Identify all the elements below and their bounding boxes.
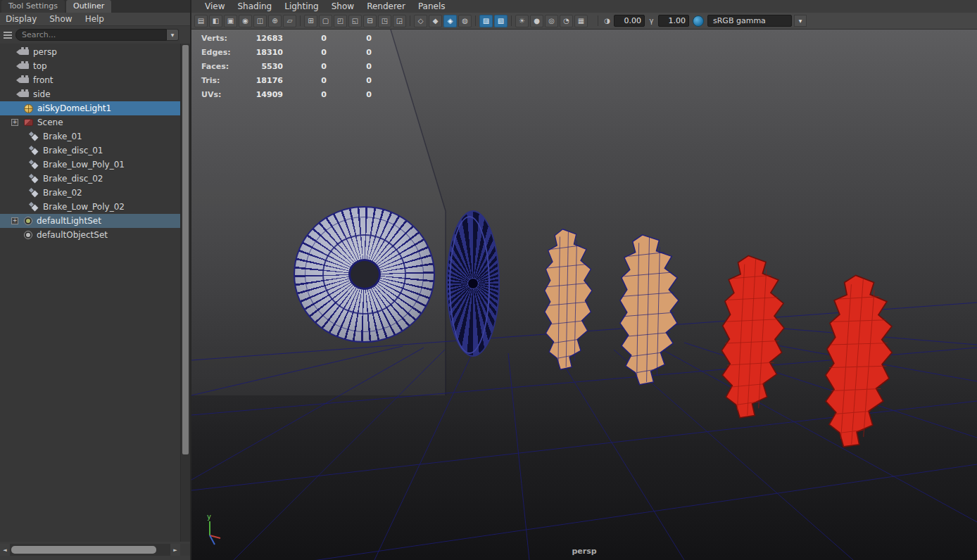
ambient-occlusion-icon[interactable]: ◎: [545, 15, 558, 27]
mesh-icon: [30, 174, 39, 184]
select-camera-icon[interactable]: ▤: [194, 15, 208, 27]
hud-selected: 0: [283, 62, 327, 71]
menu-lighting[interactable]: Lighting: [278, 1, 325, 11]
tree-item-brake-01[interactable]: Brake_01: [0, 129, 180, 144]
tab-outliner[interactable]: Outliner: [66, 0, 111, 13]
tree-item-top[interactable]: top: [0, 59, 180, 73]
menu-panels[interactable]: Panels: [412, 1, 452, 11]
color-management-icon[interactable]: [693, 15, 704, 27]
safe-title-icon[interactable]: ◲: [393, 15, 406, 27]
tree-item-scene[interactable]: + Scene: [0, 115, 180, 129]
tree-item-side[interactable]: side: [0, 87, 180, 101]
motion-blur-icon[interactable]: ◔: [560, 15, 573, 27]
hud-row-edges: Edges: 18310 0 0: [201, 45, 372, 59]
tree-item-label: defaultObjectSet: [37, 230, 108, 240]
hud-label: Tris:: [201, 76, 238, 85]
exposure-input[interactable]: [614, 15, 645, 27]
pan-zoom-icon[interactable]: ⊕: [268, 15, 282, 27]
menu-renderer[interactable]: Renderer: [360, 1, 412, 11]
y-axis-label: y: [207, 513, 211, 521]
wireframe-icon[interactable]: ◇: [414, 15, 427, 27]
isolate-select-icon[interactable]: ▦: [574, 15, 588, 27]
tree-item-brake-02[interactable]: Brake_02: [0, 186, 180, 200]
menu-show[interactable]: Show: [49, 14, 72, 24]
horizontal-scrollbar[interactable]: ◄ ►: [0, 544, 180, 556]
tree-item-label: Brake_disc_02: [43, 174, 103, 184]
outliner-panel: Tool Settings Outliner Display Show Help…: [0, 0, 190, 560]
camera-attributes-icon[interactable]: ▣: [224, 15, 237, 27]
tree-item-aiskydomelight1[interactable]: aiSkyDomeLight1: [0, 101, 180, 115]
filter-list-icon[interactable]: [4, 32, 12, 39]
mesh-icon: [30, 160, 39, 170]
shadows-icon[interactable]: ●: [530, 15, 543, 27]
gamma-icon[interactable]: γ: [646, 15, 657, 27]
toolbar-separator: [511, 15, 512, 26]
tree-item-defaultlightset[interactable]: + defaultLightSet: [0, 214, 180, 228]
tree-item-brake-disc-01[interactable]: Brake_disc_01: [0, 144, 180, 158]
disc-inner-ring: [305, 217, 424, 331]
scroll-left-arrow-icon[interactable]: ◄: [0, 544, 10, 556]
brake-disc-side[interactable]: [446, 210, 500, 357]
outliner-menubar: Display Show Help: [0, 13, 190, 26]
image-plane-icon[interactable]: ◫: [253, 15, 267, 27]
grease-pencil-icon[interactable]: ▱: [283, 15, 296, 27]
exposure-icon[interactable]: ◑: [602, 15, 612, 27]
brake-caliper-red-2[interactable]: [822, 274, 896, 450]
bookmarks-icon[interactable]: ◉: [239, 15, 252, 27]
tree-item-label: Brake_disc_01: [43, 146, 103, 155]
color-space-dropdown-arrow-icon[interactable]: ▼: [794, 15, 807, 27]
tree-item-label: Brake_Low_Poly_02: [43, 202, 125, 212]
shaded-icon[interactable]: ◆: [429, 15, 442, 27]
brake-caliper-wire-1[interactable]: [545, 229, 592, 369]
hud-total: 18176: [238, 76, 283, 85]
tree-item-front[interactable]: front: [0, 73, 180, 87]
scroll-right-arrow-icon[interactable]: ►: [170, 544, 180, 556]
horizontal-scrollbar-thumb[interactable]: [11, 546, 156, 554]
brake-caliper-wire-2[interactable]: [620, 235, 679, 385]
mesh-icon: [30, 132, 39, 141]
gate-mask-icon[interactable]: ◱: [348, 15, 362, 27]
hud-other: 0: [327, 48, 372, 57]
hud-total: 12683: [238, 34, 283, 43]
expand-toggle[interactable]: +: [11, 119, 18, 126]
expand-toggle[interactable]: +: [11, 217, 18, 224]
tab-tool-settings[interactable]: Tool Settings: [1, 0, 65, 13]
lighting-icon[interactable]: ☀: [515, 15, 529, 27]
wireframe-on-shaded-icon[interactable]: ▨: [479, 15, 493, 27]
grid-icon[interactable]: ⊞: [304, 15, 317, 27]
menu-show[interactable]: Show: [325, 1, 360, 11]
field-chart-icon[interactable]: ⊟: [363, 15, 377, 27]
brake-disc-front[interactable]: [294, 206, 435, 343]
xray-icon[interactable]: ▧: [494, 15, 508, 27]
viewport-3d[interactable]: Verts: 12683 0 0 Edges: 18310 0 0 Faces:…: [191, 30, 977, 560]
tree-item-brake-low-poly-02[interactable]: Brake_Low_Poly_02: [0, 200, 180, 214]
search-input[interactable]: [15, 29, 167, 41]
brake-caliper-red-1[interactable]: [719, 255, 786, 419]
tree-item-brake-low-poly-01[interactable]: Brake_Low_Poly_01: [0, 158, 180, 172]
textured-icon[interactable]: ◈: [443, 15, 457, 27]
menu-help[interactable]: Help: [85, 14, 104, 24]
film-gate-icon[interactable]: ▢: [319, 15, 332, 27]
use-default-material-icon[interactable]: ◍: [458, 15, 472, 27]
tree-item-persp[interactable]: persp: [0, 45, 180, 59]
camera-name-label: persp: [191, 547, 977, 556]
vertical-scrollbar-thumb[interactable]: [182, 45, 189, 454]
menu-view[interactable]: View: [198, 1, 231, 11]
safe-action-icon[interactable]: ◳: [378, 15, 391, 27]
resolution-gate-icon[interactable]: ◰: [334, 15, 347, 27]
camera-icon: [20, 77, 29, 83]
toolbar-separator: [475, 15, 476, 26]
vertical-scrollbar[interactable]: [180, 44, 190, 542]
tree-item-label: Brake_01: [43, 132, 82, 141]
hud-row-verts: Verts: 12683 0 0: [201, 31, 372, 45]
search-dropdown-arrow-icon[interactable]: ▼: [167, 29, 179, 41]
tree-item-defaultobjectset[interactable]: defaultObjectSet: [0, 228, 180, 242]
lock-camera-icon[interactable]: ◧: [209, 15, 222, 27]
gamma-input[interactable]: [658, 15, 689, 27]
viewport-panel: View Shading Lighting Show Renderer Pane…: [190, 0, 977, 560]
menu-shading[interactable]: Shading: [231, 1, 278, 11]
scene-icon: [24, 119, 33, 126]
tree-item-brake-disc-02[interactable]: Brake_disc_02: [0, 172, 180, 186]
color-space-select[interactable]: sRGB gamma: [707, 15, 792, 27]
menu-display[interactable]: Display: [6, 14, 37, 24]
